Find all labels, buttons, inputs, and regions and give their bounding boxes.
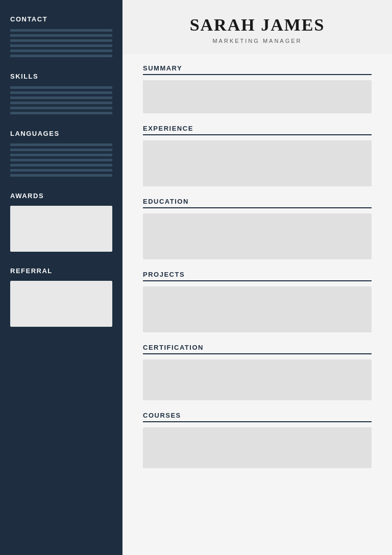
sidebar-line: [10, 149, 112, 151]
sidebar-line: [10, 159, 112, 161]
sidebar-section-skills: SKILLS: [10, 73, 112, 114]
header: SARAH JAMES MARKETING MANAGER: [122, 0, 392, 54]
sidebar-section-awards: AWARDS: [10, 192, 112, 252]
section-title-summary: SUMMARY: [143, 64, 372, 75]
sidebar-line: [10, 91, 112, 94]
content-box-experience: [143, 140, 372, 186]
sidebar-line: [10, 164, 112, 166]
sidebar-box-awards: [10, 206, 112, 252]
sidebar-section-title-awards: AWARDS: [10, 192, 112, 200]
section-education: EDUCATION: [143, 198, 372, 259]
section-title-experience: EXPERIENCE: [143, 125, 372, 135]
sidebar-line: [10, 50, 112, 52]
sidebar-section-contact: CONTACT: [10, 15, 112, 57]
sidebar-line: [10, 96, 112, 99]
section-projects: PROJECTS: [143, 271, 372, 332]
section-experience: EXPERIENCE: [143, 125, 372, 186]
sidebar: CONTACTSKILLSLANGUAGESAWARDSREFERRAL: [0, 0, 122, 555]
sections-container: SUMMARYEXPERIENCEEDUCATIONPROJECTSCERTIF…: [122, 54, 392, 490]
sidebar-line: [10, 102, 112, 104]
content-box-courses: [143, 427, 372, 468]
sidebar-section-title-contact: CONTACT: [10, 15, 112, 23]
content-box-education: [143, 213, 372, 259]
content-box-projects: [143, 286, 372, 332]
sidebar-line: [10, 154, 112, 156]
candidate-title: MARKETING MANAGER: [143, 38, 372, 44]
sidebar-lines-contact: [10, 29, 112, 57]
sidebar-section-title-referral: REFERRAL: [10, 267, 112, 275]
section-title-education: EDUCATION: [143, 198, 372, 208]
sidebar-section-languages: LANGUAGES: [10, 130, 112, 177]
sidebar-section-title-skills: SKILLS: [10, 73, 112, 80]
sidebar-box-referral: [10, 281, 112, 327]
sidebar-line: [10, 143, 112, 146]
sidebar-line: [10, 86, 112, 89]
sidebar-line: [10, 174, 112, 177]
sidebar-section-referral: REFERRAL: [10, 267, 112, 327]
section-summary: SUMMARY: [143, 64, 372, 113]
sidebar-section-title-languages: LANGUAGES: [10, 130, 112, 137]
section-title-projects: PROJECTS: [143, 271, 372, 281]
content-box-certification: [143, 359, 372, 400]
sidebar-line: [10, 112, 112, 114]
sidebar-lines-languages: [10, 143, 112, 177]
sidebar-line: [10, 29, 112, 32]
sidebar-lines-skills: [10, 86, 112, 114]
section-certification: CERTIFICATION: [143, 344, 372, 400]
section-title-certification: CERTIFICATION: [143, 344, 372, 354]
sidebar-line: [10, 169, 112, 172]
sidebar-line: [10, 44, 112, 47]
sidebar-line: [10, 55, 112, 57]
main-content-area: SARAH JAMES MARKETING MANAGER SUMMARYEXP…: [122, 0, 392, 555]
candidate-name: SARAH JAMES: [143, 15, 372, 35]
sidebar-line: [10, 107, 112, 109]
section-courses: COURSES: [143, 412, 372, 468]
sidebar-line: [10, 34, 112, 37]
sidebar-line: [10, 39, 112, 42]
content-box-summary: [143, 80, 372, 113]
section-title-courses: COURSES: [143, 412, 372, 422]
